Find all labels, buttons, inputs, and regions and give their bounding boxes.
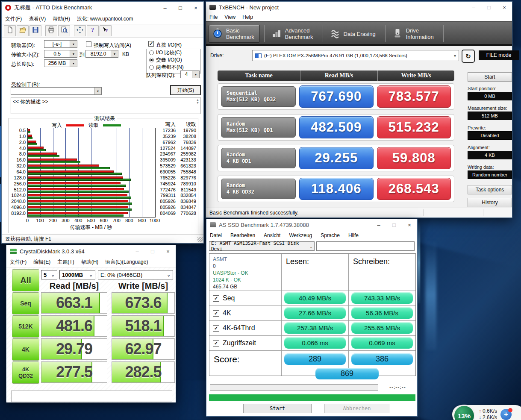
task-name-button[interactable]: Random4 KB QD32 [221, 179, 296, 199]
refresh-button[interactable]: ↻ [462, 50, 475, 63]
menu-item[interactable]: File [206, 13, 221, 21]
start-button[interactable]: Start [243, 404, 312, 413]
start-button[interactable]: Start [468, 72, 512, 82]
checkbox-icon[interactable]: ✓ [213, 310, 219, 317]
save-button[interactable] [29, 25, 41, 36]
total-length-value: 256 MB [44, 60, 70, 66]
drive-select[interactable]: [-e-]▼ [44, 40, 77, 48]
close-icon[interactable]: × [188, 2, 203, 14]
write-bar [28, 129, 30, 131]
minimize-icon[interactable]: – [130, 245, 145, 257]
total-length-select[interactable]: 256 MB▼ [44, 59, 77, 67]
comment-input[interactable] [11, 391, 172, 402]
menu-item[interactable]: 查看(V) [25, 14, 49, 24]
maximize-icon[interactable]: □ [173, 2, 188, 14]
queue-depth-select[interactable]: 4▼ [180, 70, 200, 78]
test-button-4k[interactable]: 4K [12, 338, 39, 361]
transfer-from-value: 0.5 [44, 51, 70, 57]
menu-item[interactable]: View [221, 13, 239, 21]
tab-data-erasing[interactable]: Data Erasing [327, 25, 381, 43]
minimize-icon[interactable]: – [157, 2, 173, 14]
menu-item[interactable]: Datei [206, 231, 225, 240]
menu-item[interactable]: Help [239, 13, 256, 21]
io-mode-option[interactable]: 两者都不(N) [147, 64, 200, 71]
maximize-icon[interactable]: □ [386, 219, 402, 230]
test-button-4k-qd32[interactable]: 4KQD32 [12, 361, 39, 384]
tab-advanced-benchmark[interactable]: AdvancedBenchmark [268, 25, 318, 43]
checkbox-icon[interactable]: ✓ [213, 340, 219, 347]
drive-select[interactable]: (F:) PLEXTOR PX-256M6Pro 476.91 GB (1,00… [252, 50, 459, 61]
minimize-icon[interactable]: – [466, 2, 481, 13]
task-options-button[interactable]: Task options [468, 185, 512, 194]
file-mode-button[interactable]: FILE mode [479, 50, 519, 60]
chart-category-labels: 0.51.02.04.08.016.032.064.0128.0256.0512… [9, 128, 26, 217]
menu-item[interactable]: Ansicht [260, 231, 284, 240]
sidebar-field-value[interactable]: 512 MB [468, 112, 512, 120]
close-icon[interactable]: × [402, 219, 417, 230]
task-name-button[interactable]: RandomMax(512 KB) QD1 [221, 117, 296, 138]
context-help-button[interactable]: ? [100, 25, 112, 36]
resize-grip[interactable] [197, 237, 203, 242]
sidebar-field-value[interactable]: Random number [468, 170, 512, 179]
tab-basic-benchmark[interactable]: BasicBenchmark [209, 25, 260, 43]
transfer-to-select[interactable]: 8192.0▼ [85, 50, 118, 58]
menu-item[interactable]: 汉化: www.upantool.com [74, 14, 136, 24]
txbench-window: TxBENCH - New project – □ × FileViewHelp… [206, 1, 512, 218]
tab-drive-information[interactable]: DriveInformation [389, 25, 439, 43]
io-mode-option[interactable]: 交叠 I/O(O) [147, 56, 200, 64]
direct-io-checkbox[interactable]: ✓ [148, 41, 154, 47]
transfer-from-select[interactable]: 0.5▼ [44, 50, 77, 58]
description-input[interactable]: << 你的描述 >> ▲▼ [11, 97, 200, 114]
help-button[interactable]: ? [87, 25, 99, 36]
start-button[interactable]: 开始(S) [171, 85, 200, 95]
run-all-button[interactable]: All [12, 269, 39, 291]
controlled-by-select[interactable]: ▼ [11, 87, 102, 95]
drive-label: 驱动器(D): [11, 42, 35, 49]
history-button[interactable]: History [468, 198, 512, 207]
sidebar-field-value[interactable]: 0 MB [468, 92, 512, 100]
test-size-select[interactable]: 1000MB⌄ [59, 270, 95, 279]
test-button-512k[interactable]: 512K [12, 315, 39, 338]
write-value: 67962 [156, 140, 176, 146]
score-read-value: 289 [284, 353, 346, 365]
menu-item[interactable]: 帮助(H) [49, 14, 74, 24]
print-button[interactable] [45, 25, 57, 36]
target-drive-select[interactable]: E: 0% (0/466GB)⌄ [98, 270, 173, 279]
menu-item[interactable]: Sprache [317, 231, 343, 240]
new-file-button[interactable] [4, 25, 16, 36]
test-count-select[interactable]: 5⌄ [41, 270, 57, 279]
usage-percent-badge[interactable]: 13% [453, 405, 475, 420]
menu-item[interactable]: 语言(L)(Language) [102, 257, 151, 267]
close-icon[interactable]: × [160, 245, 176, 257]
minimize-icon[interactable]: – [371, 219, 386, 230]
print-preview-button[interactable] [58, 25, 70, 36]
add-button[interactable]: + [500, 409, 512, 420]
task-name-button[interactable]: SequentialMax(512 KB) QD32 [221, 86, 296, 107]
sidebar-field-value[interactable]: Disabled [468, 131, 512, 140]
io-mode-option[interactable]: I/O 比较(C) [147, 49, 200, 56]
radio-label: I/O 比较(C) [156, 49, 182, 56]
menu-item[interactable]: Werkzeug [286, 231, 315, 240]
checkbox-icon[interactable]: ✓ [213, 295, 219, 302]
menu-item[interactable]: Bearbeiten [227, 231, 259, 240]
pan-button[interactable] [74, 25, 86, 36]
sidebar-field-value[interactable]: 4 KB [468, 151, 512, 159]
menu-item[interactable]: 主题(T) [54, 257, 77, 267]
menu-item[interactable]: 编辑(E) [30, 257, 54, 267]
test-button-seq[interactable]: Seq [12, 292, 39, 314]
task-name-button[interactable]: Random4 KB QD1 [221, 148, 296, 168]
open-file-button[interactable] [17, 25, 29, 36]
cancel-button[interactable]: Abbrechen [324, 404, 389, 413]
drive-select[interactable]: E: ASMT ASM1352R-Fast SCSI Disk Devi ⌄ [209, 241, 315, 251]
menu-item[interactable]: Hilfe [345, 231, 362, 240]
force-write-checkbox[interactable] [86, 41, 91, 47]
menu-item[interactable]: 帮助(H) [78, 257, 102, 267]
scroll-arrows[interactable]: ▲▼ [196, 98, 199, 104]
checkbox-icon[interactable]: ✓ [213, 325, 219, 332]
maximize-icon[interactable]: □ [145, 245, 160, 257]
maximize-icon[interactable]: □ [481, 2, 497, 13]
menu-item[interactable]: 文件(F) [2, 14, 25, 24]
net-speed-widget[interactable]: 13% ↑0.6K/s ↓2.6K/s + [452, 405, 521, 420]
close-icon[interactable]: × [497, 2, 512, 13]
menu-item[interactable]: 文件(F) [6, 257, 30, 267]
